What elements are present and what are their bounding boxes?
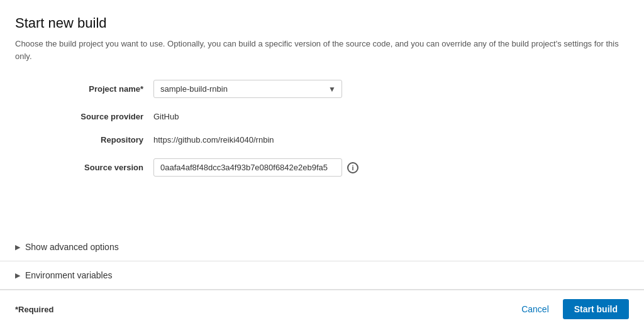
form-section: Project name* sample-build-rnbin ▼ Sourc… <box>15 80 629 177</box>
chevron-right-icon-env: ▶ <box>15 271 20 280</box>
footer-buttons: Cancel Start build <box>514 299 629 319</box>
advanced-options-header[interactable]: ▶ Show advanced options <box>15 242 629 252</box>
environment-variables-header[interactable]: ▶ Environment variables <box>15 270 629 280</box>
project-name-select-wrapper: sample-build-rnbin ▼ <box>153 80 342 98</box>
page-description: Choose the build project you want to use… <box>15 38 629 62</box>
repository-value: https://github.com/reiki4040/rnbin <box>153 135 274 145</box>
source-version-label: Source version <box>15 163 153 172</box>
required-note: *Required <box>15 305 53 314</box>
environment-variables-section: ▶ Environment variables <box>0 261 644 290</box>
environment-variables-label: Environment variables <box>25 270 113 280</box>
start-build-button[interactable]: Start build <box>563 299 629 319</box>
info-icon[interactable]: i <box>347 162 358 173</box>
repository-row: Repository https://github.com/reiki4040/… <box>15 135 629 145</box>
source-version-row: Source version i <box>15 158 629 177</box>
source-provider-row: Source provider GitHub <box>15 112 629 121</box>
project-name-row: Project name* sample-build-rnbin ▼ <box>15 80 629 98</box>
advanced-options-section: ▶ Show advanced options <box>0 233 644 261</box>
main-content: Start new build Choose the build project… <box>0 0 644 233</box>
project-name-select[interactable]: sample-build-rnbin <box>153 80 342 98</box>
cancel-button[interactable]: Cancel <box>514 300 557 318</box>
page-container: Start new build Choose the build project… <box>0 0 644 328</box>
source-provider-value: GitHub <box>153 112 179 121</box>
project-name-label: Project name* <box>15 84 153 94</box>
page-title: Start new build <box>15 15 629 31</box>
source-version-input[interactable] <box>153 158 342 177</box>
source-provider-label: Source provider <box>15 112 153 121</box>
repository-label: Repository <box>15 135 153 145</box>
footer: *Required Cancel Start build <box>0 290 644 328</box>
advanced-options-label: Show advanced options <box>25 242 119 252</box>
chevron-right-icon: ▶ <box>15 243 20 251</box>
